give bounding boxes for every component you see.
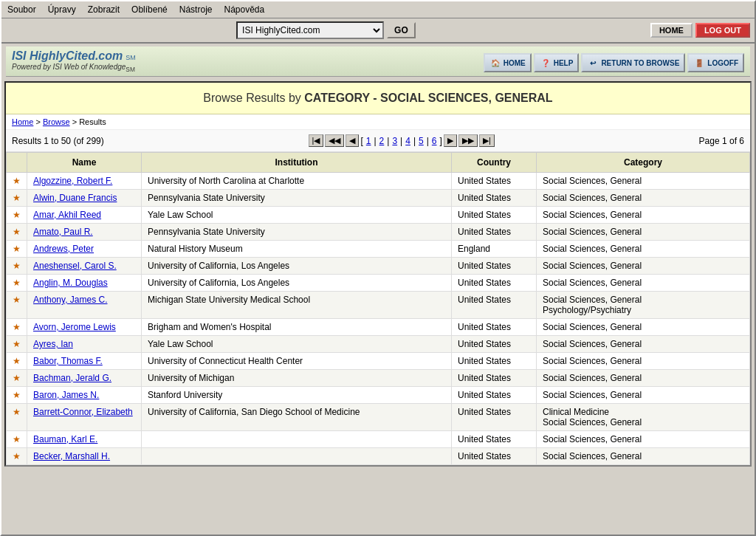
table-row: ★Aneshensel, Carol S.University of Calif… — [7, 258, 750, 275]
institution-cell: University of Connecticut Health Center — [142, 353, 452, 370]
page-prev-button[interactable]: ◀◀ — [325, 134, 344, 147]
isi-toolbar: ISI HighlyCited.com SM Powered by ISI We… — [6, 47, 750, 77]
name-cell: Andrews, Peter — [27, 241, 142, 258]
toolbar-home-button[interactable]: 🏠 HOME — [484, 53, 532, 72]
name-link[interactable]: Avorn, Jerome Lewis — [33, 322, 116, 332]
table-row: ★Ayres, IanYale Law SchoolUnited StatesS… — [7, 336, 750, 353]
isi-brand-main: ISI HighlyCited.com — [12, 49, 123, 63]
name-cell: Amar, Akhil Reed — [27, 207, 142, 224]
page-sep-2: | — [387, 136, 389, 146]
institution-cell: University of California, Los Angeles — [142, 258, 452, 275]
name-link[interactable]: Babor, Thomas F. — [33, 356, 103, 366]
table-row: ★Bauman, Karl E.United StatesSocial Scie… — [7, 431, 750, 448]
country-cell: United States — [452, 319, 537, 336]
page-bracket-open: [ — [360, 136, 362, 146]
results-scroll[interactable]: Name Institution Country Category ★Algoz… — [6, 152, 750, 465]
country-cell: United States — [452, 258, 537, 275]
category-cell: Social Sciences, General — [537, 241, 750, 258]
toolbar-help-button[interactable]: ❓ HELP — [534, 53, 580, 72]
table-row: ★Alwin, Duane FrancisPennsylvania State … — [7, 190, 750, 207]
star-cell: ★ — [7, 319, 27, 336]
table-row: ★Amato, Paul R.Pennsylvania State Univer… — [7, 224, 750, 241]
name-link[interactable]: Barrett-Connor, Elizabeth — [33, 407, 133, 417]
name-link[interactable]: Amato, Paul R. — [33, 227, 93, 237]
page-first-button[interactable]: |◀ — [309, 134, 324, 147]
institution-cell: Brigham and Women's Hospital — [142, 319, 452, 336]
col-category: Category — [537, 153, 750, 173]
category-cell: Social Sciences, General — [537, 336, 750, 353]
name-cell: Anthony, James C. — [27, 292, 142, 319]
toolbar-logoff-button[interactable]: 🚪 LOGOFF — [687, 53, 744, 72]
page-next-button[interactable]: ▶▶ — [458, 134, 478, 147]
category-cell: Social Sciences, General — [537, 370, 750, 387]
page-2-link[interactable]: 2 — [378, 136, 386, 146]
page-sep-3: | — [400, 136, 402, 146]
table-row: ★Becker, Marshall H.United StatesSocial … — [7, 448, 750, 465]
country-cell: United States — [452, 336, 537, 353]
star-cell: ★ — [7, 275, 27, 292]
name-link[interactable]: Becker, Marshall H. — [33, 451, 110, 461]
star-cell: ★ — [7, 353, 27, 370]
breadcrumb-home[interactable]: Home — [12, 117, 33, 126]
page-sep-1: | — [374, 136, 376, 146]
name-cell: Baron, James N. — [27, 387, 142, 404]
star-cell: ★ — [7, 336, 27, 353]
name-cell: Bachman, Jerald G. — [27, 370, 142, 387]
institution-cell: Pennsylvania State University — [142, 190, 452, 207]
isi-brand: ISI HighlyCited.com SM — [12, 49, 136, 63]
menu-soubor[interactable]: Soubor — [4, 3, 39, 16]
name-link[interactable]: Baron, James N. — [33, 390, 99, 400]
content-area: Browse Results by CATEGORY - SOCIAL SCIE… — [4, 81, 752, 467]
category-cell: Social Sciences, General — [537, 275, 750, 292]
table-row: ★Avorn, Jerome LewisBrigham and Women's … — [7, 319, 750, 336]
name-cell: Amato, Paul R. — [27, 224, 142, 241]
category-cell: Social Sciences, General — [537, 190, 750, 207]
menu-nastroje[interactable]: Nástroje — [176, 3, 216, 16]
country-cell: England — [452, 241, 537, 258]
menu-napoveda[interactable]: Nápověda — [221, 3, 267, 16]
institution-cell — [142, 431, 452, 448]
col-star — [7, 153, 27, 173]
name-link[interactable]: Anglin, M. Douglas — [33, 278, 108, 288]
name-link[interactable]: Algozzine, Robert F. — [33, 176, 112, 186]
table-row: ★Babor, Thomas F.University of Connectic… — [7, 353, 750, 370]
page-last-button[interactable]: ▶| — [479, 134, 495, 147]
menu-bar: Soubor Úpravy Zobrazit Oblíbené Nástroje… — [1, 1, 755, 18]
country-cell: United States — [452, 404, 537, 431]
star-cell: ★ — [7, 241, 27, 258]
page-prev-one-button[interactable]: ◀ — [346, 134, 359, 147]
table-row: ★Baron, James N.Stanford UniversityUnite… — [7, 387, 750, 404]
home-button[interactable]: HOME — [650, 23, 693, 38]
name-link[interactable]: Bauman, Karl E. — [33, 434, 97, 444]
menu-upravy[interactable]: Úpravy — [45, 3, 79, 16]
page-1-link[interactable]: 1 — [365, 136, 373, 146]
page-6-link[interactable]: 6 — [430, 136, 439, 146]
name-link[interactable]: Bachman, Jerald G. — [33, 373, 111, 383]
address-select[interactable]: ISI HighlyCited.com — [236, 21, 384, 39]
breadcrumb-results: Results — [79, 117, 106, 126]
name-cell: Alwin, Duane Francis — [27, 190, 142, 207]
menu-zobrazit[interactable]: Zobrazit — [85, 3, 123, 16]
name-link[interactable]: Aneshensel, Carol S. — [33, 261, 117, 271]
page-3-link[interactable]: 3 — [391, 136, 399, 146]
page-5-link[interactable]: 5 — [417, 136, 425, 146]
page-next-one-button[interactable]: ▶ — [444, 134, 457, 147]
name-link[interactable]: Andrews, Peter — [33, 244, 94, 254]
name-link[interactable]: Anthony, James C. — [33, 295, 108, 305]
breadcrumb-browse[interactable]: Browse — [43, 117, 70, 126]
name-link[interactable]: Alwin, Duane Francis — [33, 193, 117, 203]
menu-oblibene[interactable]: Oblíbené — [128, 3, 171, 16]
col-institution: Institution — [142, 153, 452, 173]
toolbar-return-button[interactable]: ↩ RETURN TO BROWSE — [581, 53, 685, 72]
logout-button[interactable]: LOG OUT — [695, 23, 750, 38]
go-button[interactable]: GO — [387, 22, 416, 38]
country-cell: United States — [452, 190, 537, 207]
page-4-link[interactable]: 4 — [404, 136, 412, 146]
name-link[interactable]: Amar, Akhil Reed — [33, 210, 101, 220]
star-cell: ★ — [7, 224, 27, 241]
name-link[interactable]: Ayres, Ian — [33, 339, 73, 349]
col-country: Country — [452, 153, 537, 173]
country-cell: United States — [452, 292, 537, 319]
home-icon: 🏠 — [489, 57, 501, 69]
logoff-icon: 🚪 — [693, 57, 705, 69]
